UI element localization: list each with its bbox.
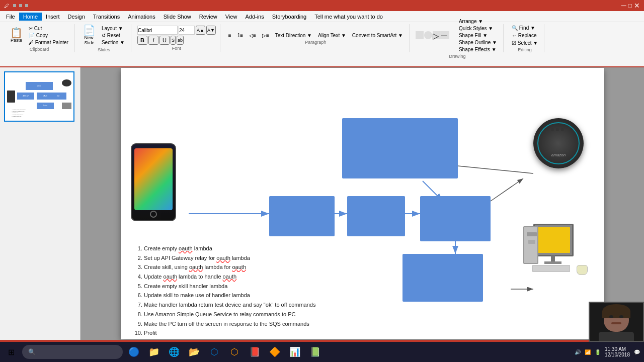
close-btn[interactable]: ✕: [634, 2, 640, 10]
italic-button[interactable]: I: [148, 36, 158, 45]
taskbar-cortana[interactable]: 🔵: [125, 343, 143, 361]
minimize-btn[interactable]: ─: [621, 2, 626, 10]
save-icon[interactable]: [13, 4, 16, 7]
increase-font-button[interactable]: A▲: [196, 26, 205, 35]
taskbar-file-explorer[interactable]: 📁: [145, 343, 163, 361]
computer-image: [523, 224, 594, 289]
start-button[interactable]: ⊞: [2, 343, 20, 361]
step-1: Create empty oauth lambda: [144, 244, 315, 253]
menu-design[interactable]: Design: [64, 13, 89, 21]
menu-addins[interactable]: Add-ins: [241, 13, 268, 21]
step-5: Create empty skill handler lambda: [144, 282, 315, 291]
indent-increase-button[interactable]: ▷≡: [260, 32, 271, 39]
new-slide-button[interactable]: 📄 NewSlide: [81, 24, 98, 46]
paragraph-label: Paragraph: [305, 40, 326, 45]
menu-home[interactable]: Home: [19, 13, 42, 21]
taskbar-app5[interactable]: 📕: [246, 343, 264, 361]
taskbar-code[interactable]: ⬡: [205, 343, 223, 361]
taskbar-right: 🔊 📶 🔋 11:30 AM12/10/2018 💬: [575, 346, 642, 357]
ribbon-editing-group: 🔍 Find ▼ ↔ Replace ☑ Select ▼ Editing: [506, 24, 544, 52]
svg-line-5: [491, 178, 523, 201]
font-label: Font: [172, 46, 181, 51]
slide-thumbnail-1[interactable]: Alexa AWS API OAuth Skill Device 1. Crea…: [4, 71, 74, 122]
taskbar: ⊞ 🔍 🔵 📁 🌐 📂 ⬡ ⬡ 📕 🔶 📊 📗 🔊 📶 🔋 11:30 AM12…: [0, 342, 644, 362]
thumb-content: Alexa AWS API OAuth Skill Device 1. Crea…: [5, 72, 73, 121]
copy-button[interactable]: 📄 Copy: [27, 32, 70, 39]
webcam-overlay: [589, 302, 644, 342]
step-9: Make the PC turn off the screen in respo…: [144, 319, 315, 329]
step-8: Use Amazon Simple Queue Service to relay…: [144, 310, 315, 319]
bullets-button[interactable]: ≡: [226, 32, 233, 39]
shape-effects-button[interactable]: Shape Effects ▼: [457, 46, 499, 53]
format-painter-button[interactable]: 🖌 Format Painter: [27, 39, 70, 46]
find-button[interactable]: 🔍 Find ▼: [510, 25, 540, 31]
taskbar-icon-network[interactable]: 📶: [585, 349, 591, 355]
menu-animations[interactable]: Animations: [124, 13, 159, 21]
reset-button[interactable]: ↺ Reset: [100, 32, 127, 39]
select-button[interactable]: ☑ Select ▼: [510, 40, 540, 46]
taskbar-app4[interactable]: ⬡: [225, 343, 244, 361]
indent-decrease-button[interactable]: ◁≡: [247, 32, 258, 39]
device-control-box: [403, 254, 483, 302]
taskbar-app6[interactable]: 🔶: [266, 343, 284, 361]
section-button[interactable]: Section ▼: [100, 39, 127, 46]
decrease-font-button[interactable]: A▼: [206, 26, 216, 35]
layout-button[interactable]: Layout ▼: [100, 25, 127, 32]
font-size-input[interactable]: [179, 26, 195, 35]
taskbar-file2[interactable]: 📂: [185, 343, 203, 361]
replace-button[interactable]: ↔ Replace: [510, 32, 540, 39]
shape-circle[interactable]: [424, 31, 432, 39]
underline-button[interactable]: U: [159, 36, 170, 45]
smartart-button[interactable]: Convert to SmartArt ▼: [350, 32, 405, 39]
step-4: Update oauth lambda to handle oauth: [144, 272, 315, 282]
bold-button[interactable]: B: [137, 36, 147, 45]
quick-styles-button[interactable]: Quick Styles ▼: [457, 25, 499, 32]
steps-list: Create empty oauth lambda Set up API Gat…: [136, 244, 315, 338]
numbering-button[interactable]: 1≡: [235, 32, 245, 39]
ribbon-slides-group: 📄 NewSlide Layout ▼ ↺ Reset Section ▼ Sl…: [77, 24, 131, 52]
shape-fill-button[interactable]: Shape Fill ▼: [457, 32, 499, 39]
menu-insert[interactable]: Insert: [42, 13, 64, 21]
ribbon: 📋 Paste ✂ Cut 📄 Copy 🖌 Format Painter Cl…: [0, 22, 644, 67]
paste-button[interactable]: 📋 Paste: [8, 27, 25, 44]
redo-icon[interactable]: [25, 4, 28, 7]
cut-button[interactable]: ✂ Cut: [27, 25, 70, 32]
alexa-skill-box: [342, 118, 458, 178]
slide-area[interactable]: amazon: [121, 68, 604, 339]
taskbar-notification[interactable]: 💬: [634, 349, 640, 355]
step-7: Make handler lambda return test device a…: [144, 300, 315, 310]
taskbar-icon-battery[interactable]: 🔋: [595, 349, 601, 355]
undo-icon[interactable]: [19, 4, 22, 7]
text-direction-button[interactable]: Text Direction ▼: [273, 32, 314, 39]
ribbon-font-group: A▲ A▼ B I U S ab Font: [133, 24, 220, 52]
arrange-button[interactable]: Arrange ▼: [457, 18, 499, 25]
shape-triangle[interactable]: ▷: [433, 31, 441, 39]
menu-view[interactable]: View: [221, 13, 242, 21]
taskbar-app8[interactable]: 📗: [306, 343, 324, 361]
taskbar-icon-volume[interactable]: 🔊: [575, 349, 581, 355]
menu-review[interactable]: Review: [195, 13, 221, 21]
taskbar-edge[interactable]: 🌐: [165, 343, 183, 361]
maximize-btn[interactable]: □: [628, 2, 632, 9]
step-6: Update skill to make use of handler lamb…: [144, 291, 315, 300]
window-controls: ─ □ ✕: [615, 2, 640, 10]
menu-file[interactable]: File: [2, 13, 19, 21]
drawing-label: Drawing: [449, 54, 465, 59]
menu-storyboarding[interactable]: Storyboarding: [268, 13, 311, 21]
align-text-button[interactable]: Align Text ▼: [316, 32, 348, 39]
shadow-button[interactable]: S: [171, 36, 176, 45]
menu-search[interactable]: Tell me what you want to do: [310, 13, 387, 21]
shape-rect[interactable]: [416, 31, 424, 39]
menu-slideshow[interactable]: Slide Show: [159, 13, 195, 21]
alexa-echo-image: amazon: [533, 118, 589, 173]
aws-skill-box: [420, 196, 491, 241]
taskbar-powerpoint[interactable]: 📊: [286, 343, 304, 361]
shape-line[interactable]: ─: [441, 31, 449, 39]
font-family-input[interactable]: [137, 26, 178, 35]
ribbon-clipboard-group: 📋 Paste ✂ Cut 📄 Copy 🖌 Format Painter Cl…: [4, 24, 75, 52]
menu-transitions[interactable]: Transitions: [89, 13, 124, 21]
taskbar-search[interactable]: 🔍: [22, 345, 123, 359]
shape-outline-button[interactable]: Shape Outline ▼: [457, 39, 499, 46]
slide-panel: Alexa AWS API OAuth Skill Device 1. Crea…: [0, 67, 80, 340]
strikethrough-button[interactable]: ab: [177, 36, 184, 45]
